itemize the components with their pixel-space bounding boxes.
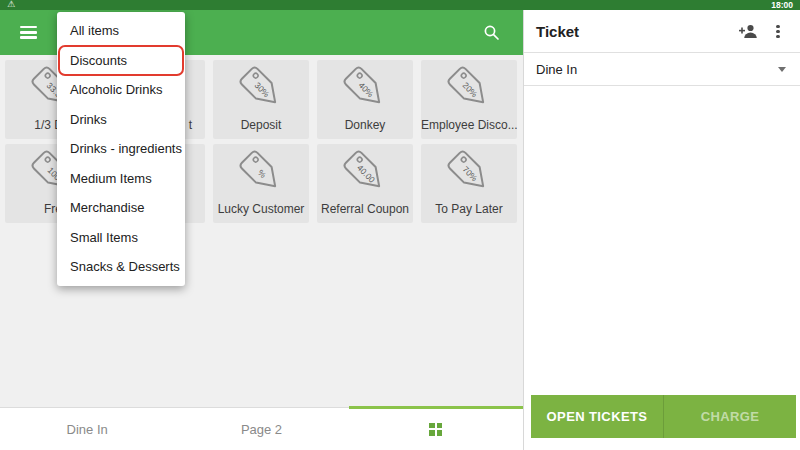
category-menu-item-label: Merchandise	[70, 200, 144, 215]
pages-tab-bar: Dine In Page 2	[0, 407, 523, 450]
category-menu-item-label: Alcoholic Drinks	[70, 82, 162, 97]
category-menu-item-label: Medium Items	[70, 171, 152, 186]
category-menu-item-label: Discounts	[70, 53, 127, 68]
category-menu-item-label: Drinks - ingredients	[70, 141, 182, 156]
category-dropdown-menu: All items Discounts Alcoholic Drinks Dri…	[57, 12, 185, 286]
discount-tile[interactable]: 70% To Pay Later	[421, 144, 517, 223]
price-tag-icon: 40%	[339, 62, 391, 114]
ticket-action-bar: OPEN TICKETS CHARGE	[531, 395, 796, 438]
status-time: 18:00	[771, 0, 793, 10]
ticket-header: Ticket	[524, 10, 800, 53]
price-tag-icon: 70%	[443, 146, 495, 198]
tag-value-text: %	[256, 168, 269, 181]
category-menu-item[interactable]: All items	[57, 16, 185, 46]
category-menu-item[interactable]: Snacks & Desserts	[57, 252, 185, 282]
tab-label: Page 2	[241, 422, 282, 437]
tab-all-items-grid[interactable]	[349, 408, 523, 450]
tile-label: Referral Coupon	[317, 202, 413, 216]
tile-label: To Pay Later	[421, 202, 517, 216]
tile-label: Donkey	[317, 118, 413, 132]
android-status-bar: ⚠ 18:00	[0, 0, 800, 10]
grid-icon	[429, 423, 442, 436]
selected-tab-indicator	[349, 406, 523, 409]
price-tag-icon: 20%	[443, 62, 495, 114]
discount-tile[interactable]: 40% Donkey	[317, 60, 413, 139]
open-tickets-button[interactable]: OPEN TICKETS	[531, 395, 663, 438]
category-menu-item-label: Drinks	[70, 112, 107, 127]
discount-tile[interactable]: 30% Deposit	[213, 60, 309, 139]
category-menu-item-label: Snacks & Desserts	[70, 259, 180, 274]
tile-label: Employee Disco...	[421, 118, 517, 132]
category-menu-item[interactable]: Discounts	[57, 46, 185, 76]
category-menu-item[interactable]: Alcoholic Drinks	[57, 75, 185, 105]
category-menu-item[interactable]: Small Items	[57, 223, 185, 253]
category-menu-item[interactable]: Drinks	[57, 105, 185, 135]
price-tag-icon: 40.00	[339, 146, 391, 198]
charge-button[interactable]: CHARGE	[664, 395, 796, 438]
price-tag-icon: 30%	[235, 62, 287, 114]
discount-tile[interactable]: 20% Employee Disco...	[421, 60, 517, 139]
chevron-down-icon	[778, 67, 786, 72]
order-type-value: Dine In	[536, 62, 577, 77]
price-tag-icon: %	[235, 146, 287, 198]
ticket-title: Ticket	[536, 23, 579, 40]
tab-label: Dine In	[67, 422, 108, 437]
ticket-panel: Ticket Dine In OPEN TICKETS CHARGE	[523, 10, 800, 450]
category-menu-item-label: Small Items	[70, 230, 138, 245]
warning-triangle-icon: ⚠	[7, 0, 15, 10]
category-menu-item-label: All items	[70, 23, 119, 38]
tile-label: Deposit	[213, 118, 309, 132]
category-menu-item[interactable]: Merchandise	[57, 193, 185, 223]
tile-label: Lucky Customer	[213, 202, 309, 216]
discount-tile[interactable]: % Lucky Customer	[213, 144, 309, 223]
kebab-menu-icon[interactable]	[772, 23, 784, 40]
order-type-select[interactable]: Dine In	[524, 53, 800, 86]
add-customer-icon[interactable]	[738, 23, 758, 40]
tab-page-2[interactable]: Page 2	[174, 408, 348, 450]
ticket-empty-area	[524, 86, 800, 395]
category-menu-item[interactable]: Drinks - ingredients	[57, 134, 185, 164]
hamburger-menu-icon[interactable]	[20, 26, 37, 39]
category-menu-item[interactable]: Medium Items	[57, 164, 185, 194]
search-icon[interactable]	[483, 24, 500, 41]
pos-app-screen: ⚠ 18:00 33.3 1/3 Dis t	[0, 0, 800, 450]
discount-tile[interactable]: 40.00 Referral Coupon	[317, 144, 413, 223]
tab-dine-in[interactable]: Dine In	[0, 408, 174, 450]
